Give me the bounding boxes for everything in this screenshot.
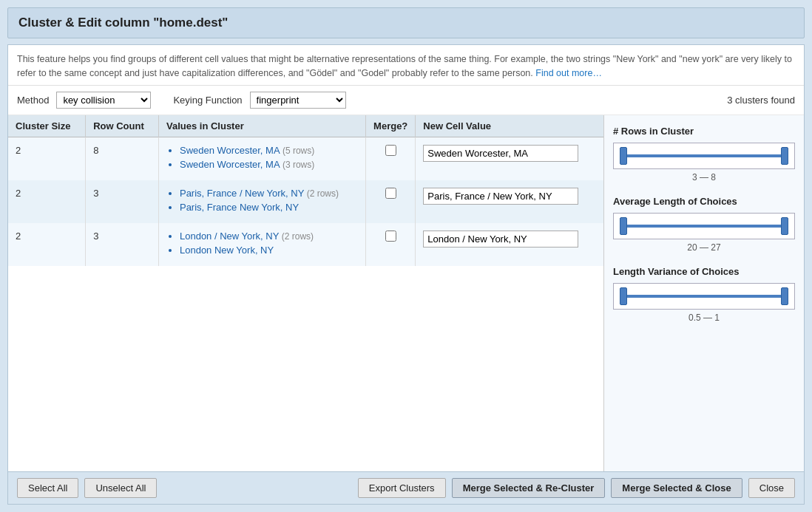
table-row: 23London / New York, NY (2 rows)London N…: [8, 223, 603, 266]
length-variance-range: 0.5 — 1: [613, 313, 795, 323]
merge-cell: [366, 137, 416, 180]
row-count-cell: 3: [86, 180, 159, 223]
values-cell: Paris, France / New York, NY (2 rows)Par…: [158, 180, 365, 223]
merge-checkbox[interactable]: [385, 188, 396, 199]
length-variance-title: Length Variance of Choices: [613, 266, 795, 277]
new-cell-value-cell: [416, 180, 603, 223]
rows-in-cluster-range: 3 — 8: [613, 172, 795, 182]
select-all-button[interactable]: Select All: [17, 478, 78, 498]
col-row-count: Row Count: [86, 115, 159, 137]
cluster-value-item: Paris, France New York, NY: [180, 202, 358, 213]
row-count-cell: 8: [86, 137, 159, 180]
cluster-value-item: Sweden Worcester, MA (5 rows): [180, 145, 358, 156]
description-body: This feature helps you find groups of di…: [17, 54, 792, 78]
description-text: This feature helps you find groups of di…: [8, 45, 804, 86]
table-row: 28Sweden Worcester, MA (5 rows)Sweden Wo…: [8, 137, 603, 180]
clusters-table-panel: Cluster Size Row Count Values in Cluster…: [8, 115, 604, 472]
rows-slider-left-handle[interactable]: [620, 147, 627, 165]
merge-checkbox[interactable]: [385, 145, 396, 156]
col-merge: Merge?: [366, 115, 416, 137]
filter-panel: # Rows in Cluster 3 — 8 Average Length o…: [604, 115, 804, 472]
rows-slider-right-handle[interactable]: [781, 147, 788, 165]
merge-checkbox[interactable]: [385, 231, 396, 242]
merge-cell: [366, 223, 416, 266]
export-clusters-button[interactable]: Export Clusters: [358, 478, 446, 498]
length-variance-slider[interactable]: [613, 283, 795, 310]
variance-slider-left-handle[interactable]: [620, 287, 627, 305]
new-cell-value-cell: [416, 137, 603, 180]
find-out-more-link[interactable]: Find out more…: [535, 68, 602, 78]
clusters-found: 3 clusters found: [727, 95, 795, 106]
keying-label: Keying Function: [173, 95, 242, 106]
close-button[interactable]: Close: [748, 478, 795, 498]
page-title: Cluster & Edit column "home.dest": [7, 7, 805, 38]
bottom-bar: Select All Unselect All Export Clusters …: [8, 471, 804, 504]
variance-slider-right-handle[interactable]: [781, 287, 788, 305]
avg-length-title: Average Length of Choices: [613, 196, 795, 207]
table-row: 23Paris, France / New York, NY (2 rows)P…: [8, 180, 603, 223]
method-label: Method: [17, 95, 49, 106]
row-count-cell: 3: [86, 223, 159, 266]
avg-length-range: 20 — 27: [613, 242, 795, 253]
new-cell-value-cell: [416, 223, 603, 266]
cluster-value-item: Paris, France / New York, NY (2 rows): [180, 188, 358, 199]
cluster-size-cell: 2: [8, 137, 86, 180]
cluster-value-item: London New York, NY: [180, 245, 358, 256]
new-cell-value-input[interactable]: [423, 231, 578, 248]
cluster-value-item: Sweden Worcester, MA (3 rows): [180, 159, 358, 170]
cluster-size-cell: 2: [8, 180, 86, 223]
values-cell: Sweden Worcester, MA (5 rows)Sweden Worc…: [158, 137, 365, 180]
col-cluster-size: Cluster Size: [8, 115, 86, 137]
rows-in-cluster-slider[interactable]: [613, 143, 795, 169]
col-new-cell: New Cell Value: [416, 115, 603, 137]
col-values: Values in Cluster: [158, 115, 365, 137]
new-cell-value-input[interactable]: [423, 188, 578, 205]
method-select[interactable]: key collision nearest neighbor: [56, 92, 151, 109]
merge-cell: [366, 180, 416, 223]
avg-length-slider[interactable]: [613, 213, 795, 239]
cluster-value-item: London / New York, NY (2 rows): [180, 231, 358, 242]
avg-slider-right-handle[interactable]: [781, 217, 788, 235]
merge-recluster-button[interactable]: Merge Selected & Re-Cluster: [452, 478, 606, 498]
merge-close-button[interactable]: Merge Selected & Close: [611, 478, 742, 498]
cluster-size-cell: 2: [8, 223, 86, 266]
values-cell: London / New York, NY (2 rows)London New…: [158, 223, 365, 266]
unselect-all-button[interactable]: Unselect All: [84, 478, 157, 498]
keying-select[interactable]: fingerprint ngram-fingerprint metaphone3…: [250, 92, 346, 109]
new-cell-value-input[interactable]: [423, 145, 578, 162]
rows-in-cluster-title: # Rows in Cluster: [613, 126, 795, 137]
avg-slider-left-handle[interactable]: [620, 217, 627, 235]
